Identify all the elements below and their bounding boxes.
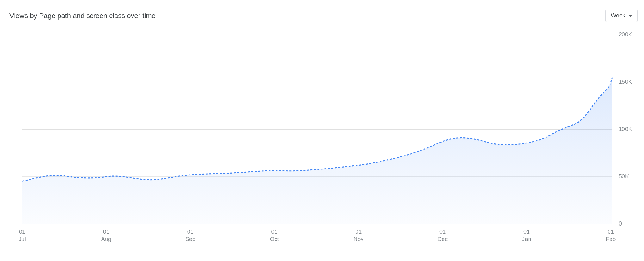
area-fill	[22, 78, 612, 224]
chart-svg: 200K 150K 100K 50K 0 01 Jul 01 Aug 01 Se…	[9, 28, 638, 244]
x-label-jul: Jul	[19, 236, 26, 242]
chart-area: 200K 150K 100K 50K 0 01 Jul 01 Aug 01 Se…	[9, 28, 638, 244]
x-label-dec: Dec	[437, 236, 448, 242]
x-label-feb-01: 01	[608, 228, 614, 235]
x-label-oct: Oct	[270, 236, 279, 242]
x-label-dec-01: 01	[439, 228, 446, 235]
y-label-50k: 50K	[619, 173, 629, 180]
x-label-sep: Sep	[185, 236, 195, 242]
x-label-jan-01: 01	[523, 228, 530, 235]
x-label-jul-01: 01	[19, 228, 25, 235]
x-label-oct-01: 01	[271, 228, 277, 235]
chart-header: Views by Page path and screen class over…	[9, 10, 638, 22]
x-label-nov: Nov	[353, 236, 364, 242]
x-label-nov-01: 01	[355, 228, 362, 235]
x-label-sep-01: 01	[187, 228, 194, 235]
x-label-aug: Aug	[101, 236, 111, 242]
week-selector[interactable]: Week	[605, 10, 638, 22]
y-label-0: 0	[619, 220, 622, 227]
chart-container: Views by Page path and screen class over…	[0, 0, 644, 261]
y-label-100k: 100K	[619, 125, 632, 132]
x-label-jan: Jan	[522, 236, 531, 242]
chart-title: Views by Page path and screen class over…	[9, 12, 156, 20]
y-label-150k: 150K	[619, 78, 632, 85]
x-label-aug-01: 01	[103, 228, 109, 235]
x-label-feb: Feb	[606, 236, 616, 242]
week-label: Week	[611, 12, 625, 19]
chevron-down-icon	[629, 15, 632, 17]
y-label-200k: 200K	[619, 31, 632, 38]
